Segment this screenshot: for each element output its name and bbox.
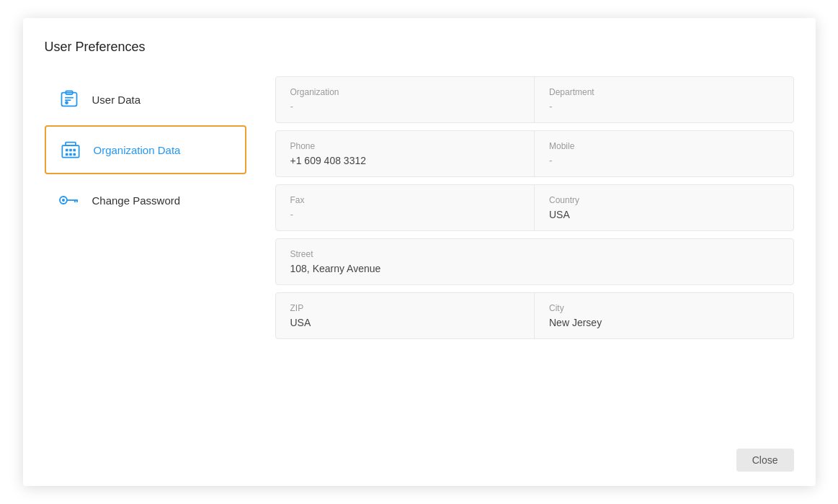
- svg-rect-8: [69, 149, 72, 152]
- value-city: New Jersey: [549, 317, 779, 328]
- label-fax: Fax: [290, 195, 520, 205]
- field-country: Country USA: [535, 185, 793, 230]
- sidebar-item-label-org-data: Organization Data: [94, 144, 181, 156]
- svg-point-14: [62, 199, 65, 202]
- main-content: Organization - Department - Phone +1 609…: [275, 76, 794, 434]
- value-zip: USA: [290, 317, 520, 328]
- label-country: Country: [549, 195, 779, 205]
- value-fax: -: [290, 209, 520, 220]
- label-organization: Organization: [290, 87, 520, 97]
- label-street: Street: [290, 249, 779, 259]
- sidebar-item-change-password[interactable]: Change Password: [45, 177, 246, 223]
- sidebar-item-label-change-password: Change Password: [92, 194, 181, 207]
- form-row-4: Street 108, Kearny Avenue: [275, 238, 794, 285]
- field-organization: Organization -: [276, 77, 535, 122]
- key-icon: [56, 187, 82, 213]
- svg-point-4: [65, 101, 68, 104]
- field-street: Street 108, Kearny Avenue: [276, 239, 793, 284]
- sidebar: User Data Organization Dat: [45, 76, 246, 434]
- form-row-3: Fax - Country USA: [275, 184, 794, 231]
- label-city: City: [549, 303, 779, 313]
- label-department: Department: [549, 87, 779, 97]
- form-row-2: Phone +1 609 408 3312 Mobile -: [275, 130, 794, 177]
- field-mobile: Mobile -: [535, 131, 793, 176]
- sidebar-item-organization-data[interactable]: Organization Data: [45, 125, 246, 174]
- form-row-5: ZIP USA City New Jersey: [275, 292, 794, 339]
- content-area: User Data Organization Dat: [45, 76, 794, 434]
- label-zip: ZIP: [290, 303, 520, 313]
- dialog-footer: Close: [45, 449, 794, 472]
- badge-icon: [56, 86, 82, 112]
- field-fax: Fax -: [276, 185, 535, 230]
- org-icon: [58, 137, 84, 163]
- label-phone: Phone: [290, 141, 520, 151]
- svg-rect-6: [66, 143, 76, 146]
- sidebar-item-user-data[interactable]: User Data: [45, 76, 246, 122]
- field-phone: Phone +1 609 408 3312: [276, 131, 535, 176]
- sidebar-item-label-user-data: User Data: [92, 94, 141, 106]
- label-mobile: Mobile: [549, 141, 779, 151]
- value-country: USA: [549, 209, 779, 220]
- value-phone: +1 609 408 3312: [290, 155, 520, 166]
- svg-rect-12: [73, 153, 76, 156]
- page-title: User Preferences: [45, 40, 794, 55]
- svg-rect-10: [66, 153, 68, 156]
- form-row-1: Organization - Department -: [275, 76, 794, 123]
- value-mobile: -: [549, 155, 779, 166]
- value-department: -: [549, 101, 779, 112]
- svg-rect-11: [69, 153, 72, 156]
- dialog: User Preferences User Data: [23, 18, 816, 486]
- value-street: 108, Kearny Avenue: [290, 263, 779, 274]
- close-button[interactable]: Close: [736, 449, 794, 472]
- svg-rect-7: [66, 149, 68, 152]
- field-department: Department -: [535, 77, 793, 122]
- field-city: City New Jersey: [535, 293, 793, 338]
- value-organization: -: [290, 101, 520, 112]
- field-zip: ZIP USA: [276, 293, 535, 338]
- svg-rect-9: [73, 149, 76, 152]
